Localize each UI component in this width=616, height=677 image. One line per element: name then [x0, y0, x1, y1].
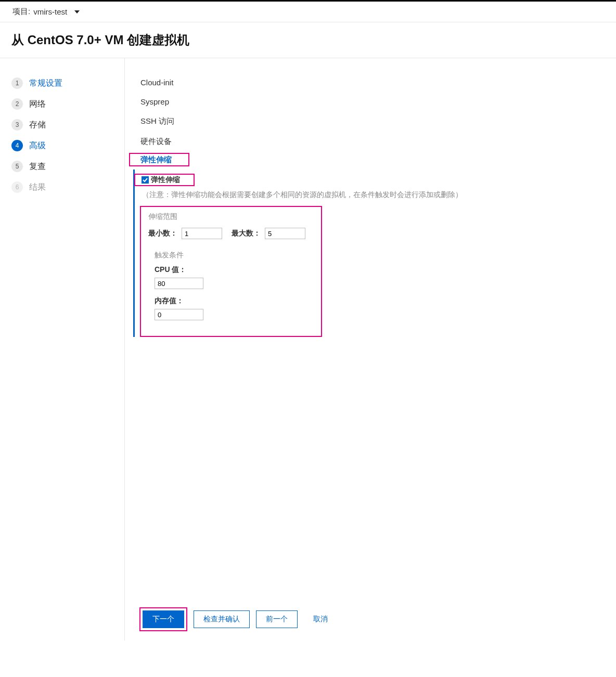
step-number: 3: [11, 119, 23, 131]
project-value: vmirs-test: [33, 7, 67, 16]
step-general[interactable]: 1 常规设置: [11, 73, 115, 94]
caret-down-icon: [74, 10, 80, 14]
step-label: 网络: [29, 99, 46, 110]
cpu-input[interactable]: [155, 278, 203, 289]
min-label: 最小数：: [148, 229, 177, 238]
step-number: 4: [11, 140, 23, 151]
max-label: 最大数：: [232, 229, 261, 238]
advanced-tabs: Cloud-init Sysprep SSH 访问 硬件设备 弹性伸缩 弹性伸缩: [139, 73, 600, 337]
next-button[interactable]: 下一个: [143, 610, 184, 628]
step-number: 2: [11, 98, 23, 110]
review-button[interactable]: 检查并确认: [194, 610, 250, 628]
step-label: 高级: [29, 140, 46, 151]
mem-input[interactable]: [155, 309, 203, 320]
wizard-footer: 下一个 检查并确认 前一个 取消: [139, 602, 600, 641]
mem-label: 内存值：: [155, 296, 313, 306]
autoscale-note: （注意：弹性伸缩功能会根据需要创建多个相同的资源的虚拟机，在条件触发时会进行添加…: [140, 190, 600, 200]
tab-cloud-init[interactable]: Cloud-init: [140, 73, 600, 92]
min-input[interactable]: [182, 228, 222, 239]
project-selector[interactable]: 项目: vmirs-test: [0, 0, 616, 22]
page-header: 从 CentOS 7.0+ VM 创建虚拟机: [0, 22, 616, 58]
step-label: 复查: [29, 161, 46, 172]
tab-autoscale[interactable]: 弹性伸缩: [140, 155, 172, 165]
highlight-next-button: 下一个: [139, 607, 187, 631]
step-network[interactable]: 2 网络: [11, 94, 115, 114]
prev-button[interactable]: 前一个: [256, 610, 298, 628]
step-advanced[interactable]: 4 高级: [11, 135, 115, 156]
step-storage[interactable]: 3 存储: [11, 114, 115, 135]
tab-hardware[interactable]: 硬件设备: [140, 132, 600, 152]
project-label: 项目:: [12, 7, 30, 17]
wizard-steps: 1 常规设置 2 网络 3 存储 4 高级 5 复查 6 结果: [0, 58, 125, 641]
step-review[interactable]: 5 复查: [11, 156, 115, 177]
autoscale-section: 弹性伸缩 （注意：弹性伸缩功能会根据需要创建多个相同的资源的虚拟机，在条件触发时…: [133, 170, 600, 337]
tab-sysprep[interactable]: Sysprep: [140, 92, 600, 111]
trigger-title: 触发条件: [155, 251, 313, 260]
max-input[interactable]: [265, 228, 305, 239]
highlight-autoscale-checkbox: 弹性伸缩: [134, 174, 195, 186]
step-number: 1: [11, 77, 23, 89]
cpu-label: CPU 值：: [155, 265, 313, 275]
page-title: 从 CentOS 7.0+ VM 创建虚拟机: [11, 32, 605, 48]
step-result: 6 结果: [11, 177, 115, 198]
autoscale-checkbox[interactable]: [142, 176, 149, 184]
cancel-button[interactable]: 取消: [304, 610, 337, 628]
step-label: 结果: [29, 182, 46, 193]
step-number: 5: [11, 161, 23, 172]
checkmark-icon: [143, 177, 148, 183]
highlight-range-box: 伸缩范围 最小数： 最大数： 触发条件 CPU 值：: [140, 206, 322, 337]
step-label: 存储: [29, 120, 46, 131]
step-label: 常规设置: [29, 78, 62, 89]
autoscale-checkbox-label: 弹性伸缩: [151, 175, 180, 185]
tab-ssh[interactable]: SSH 访问: [140, 111, 600, 132]
trigger-block: 触发条件 CPU 值： 内存值：: [148, 251, 313, 320]
step-number: 6: [11, 181, 23, 193]
highlight-autoscale-tab: 弹性伸缩: [129, 153, 189, 166]
main-content: Cloud-init Sysprep SSH 访问 硬件设备 弹性伸缩 弹性伸缩: [125, 58, 616, 641]
range-title: 伸缩范围: [148, 212, 313, 222]
